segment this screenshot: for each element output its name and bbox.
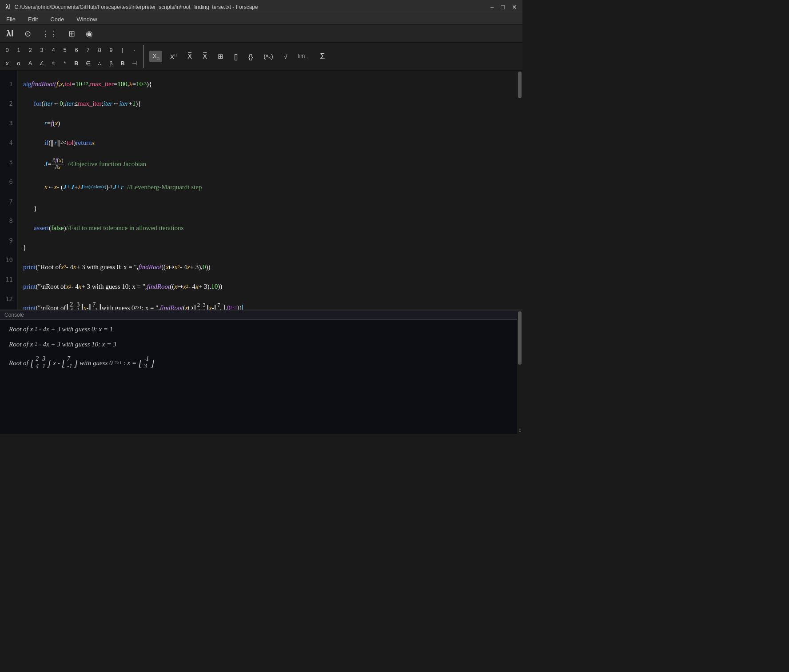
sym-x[interactable]: x xyxy=(2,59,12,68)
sym-sum[interactable]: Σ xyxy=(317,51,328,63)
code-editor[interactable]: alg findRoot( f , x , tol = 10 -12 , max… xyxy=(18,71,517,310)
sym-2[interactable]: 2 xyxy=(25,46,36,54)
kw-print-12: print xyxy=(23,305,36,310)
sym-bold-B[interactable]: B xyxy=(71,59,82,68)
tol-4: tol xyxy=(67,139,74,146)
sym-elem[interactable]: ∈ xyxy=(83,59,93,68)
param-x: x xyxy=(60,81,63,87)
close-11: )) xyxy=(218,283,222,290)
sym-A[interactable]: A xyxy=(25,59,36,68)
sym-approx[interactable]: ≈ xyxy=(48,59,59,68)
line-num-4: 4 xyxy=(2,133,16,152)
kw-if: if xyxy=(44,139,48,146)
sym-xsub[interactable]: X□ xyxy=(149,51,162,62)
editor-scrollbar-thumb[interactable] xyxy=(518,72,522,98)
sym-brackets[interactable]: [] xyxy=(231,52,241,62)
sym-braces[interactable]: {} xyxy=(245,52,256,62)
menu-window[interactable]: Window xyxy=(74,15,100,24)
matrix-12b: 23 41 xyxy=(197,302,206,310)
val-0-10: 0 xyxy=(203,264,206,270)
cl3-m11: 1 xyxy=(42,363,45,370)
sym-therefore[interactable]: ∴ xyxy=(94,59,105,68)
cl2-text2: - 4x + 3 with guess 10: x = 3 xyxy=(39,340,116,348)
val-10: 10 xyxy=(76,81,82,87)
cl3-matrix: 23 41 xyxy=(36,355,45,370)
var-iter3: iter xyxy=(104,100,113,107)
close-button[interactable]: ✕ xyxy=(512,4,517,11)
sym-beta[interactable]: β xyxy=(106,59,116,68)
val-false: false xyxy=(51,225,64,231)
call-11: (( xyxy=(170,283,174,290)
sym-7[interactable]: 7 xyxy=(83,46,93,54)
sym-binom[interactable]: (ⁿₖ) xyxy=(260,51,276,62)
m12-01: 3 xyxy=(76,302,80,308)
print-10-open: ("Root of xyxy=(36,264,61,270)
cl3-minus: - xyxy=(58,359,60,367)
x-11b: x xyxy=(174,283,177,290)
mapsto-12: ↦ xyxy=(188,305,194,310)
sym-sqrt[interactable]: √ xyxy=(281,52,291,62)
str-10d: + 3), xyxy=(190,264,203,270)
sym-B2[interactable]: B xyxy=(117,59,128,68)
J-T-6: J xyxy=(63,184,67,191)
sym-3[interactable]: 3 xyxy=(36,46,47,54)
sym-xsup[interactable]: X□ xyxy=(167,52,179,62)
resize-handle[interactable]: ⠿ xyxy=(518,428,522,433)
sym-star[interactable]: * xyxy=(60,59,70,68)
var-x-6: x xyxy=(44,184,48,191)
x-10c: x xyxy=(166,264,169,270)
cl3-v0: 7 xyxy=(67,355,72,363)
kw-for: for xyxy=(34,100,42,107)
sym-angle[interactable]: ∠ xyxy=(36,59,47,68)
mapsto-11: ↦ xyxy=(177,283,183,290)
sym-6[interactable]: 6 xyxy=(71,46,82,54)
sym-xbar2[interactable]: X̅ xyxy=(199,51,210,62)
sym-xbar[interactable]: X̅ xyxy=(184,51,195,62)
console-scrollbar[interactable] xyxy=(517,310,522,434)
line-num-10: 10 xyxy=(2,250,16,270)
var-iter4: iter xyxy=(119,100,128,107)
sym-4[interactable]: 4 xyxy=(48,46,59,54)
lambda-button[interactable]: λI xyxy=(4,27,16,40)
frac-num: ∂f(x) xyxy=(52,157,64,164)
str-12c: with guess 0 xyxy=(102,305,135,310)
run-button[interactable]: ⊙ xyxy=(22,27,34,40)
sym-pipe[interactable]: | xyxy=(117,46,128,54)
mat-bracket-right-12: ] xyxy=(80,302,84,310)
symbol-right: X□ X□ X̅ X̅ ⊞ [] {} (ⁿₖ) √ lim→ Σ xyxy=(146,51,331,63)
sym-5[interactable]: 5 xyxy=(60,46,70,54)
editor-scrollbar[interactable] xyxy=(517,71,522,310)
cl3-vec: 7 -1 xyxy=(67,355,72,370)
menu-file[interactable]: File xyxy=(4,15,18,24)
param-maxiter: max_iter xyxy=(90,81,113,87)
sym-alpha[interactable]: α xyxy=(13,59,24,68)
console-scrollbar-thumb[interactable] xyxy=(518,311,522,365)
minimize-button[interactable]: − xyxy=(490,4,494,11)
sym-dashv[interactable]: ⊣ xyxy=(129,59,139,68)
cl3-res: -1 3 xyxy=(144,355,149,370)
val-0: 0 xyxy=(60,100,63,107)
github-button[interactable]: ◉ xyxy=(83,27,96,40)
menu-edit[interactable]: Edit xyxy=(25,15,40,24)
x-10a: x xyxy=(73,264,76,270)
str-10c: - 4 xyxy=(180,264,187,270)
kw-alg-1: alg xyxy=(23,81,31,87)
sym-8[interactable]: 8 xyxy=(94,46,105,54)
var-iter2: iter xyxy=(65,100,74,107)
sym-lim[interactable]: lim→ xyxy=(295,52,312,61)
code-line-7: } xyxy=(23,199,512,218)
x-12b: x xyxy=(185,305,188,310)
vec-bracket-left-12: [ xyxy=(89,302,93,310)
sym-dot[interactable]: · xyxy=(129,46,139,54)
maxiter2: max_iter xyxy=(78,100,101,107)
tree-button[interactable]: ⋮⋮ xyxy=(39,27,60,40)
menu-code[interactable]: Code xyxy=(48,15,67,24)
sym-matrix-grid[interactable]: ⊞ xyxy=(215,51,227,62)
grid-button[interactable]: ⊞ xyxy=(66,27,78,40)
sym-9[interactable]: 9 xyxy=(106,46,116,54)
cl3-vec-r: ] xyxy=(74,358,78,368)
sym-1[interactable]: 1 xyxy=(13,46,24,54)
sym-0[interactable]: 0 xyxy=(2,46,12,54)
maximize-button[interactable]: □ xyxy=(501,4,505,11)
plus-6: + xyxy=(74,184,78,191)
